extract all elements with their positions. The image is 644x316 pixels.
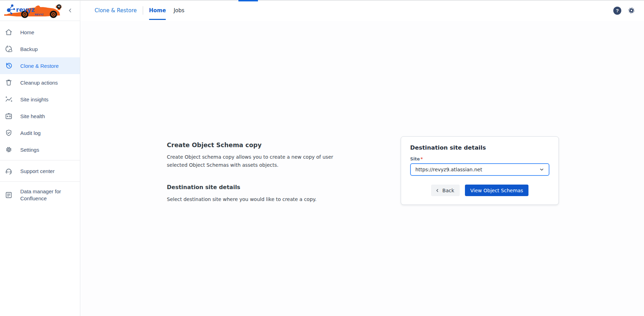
sidebar-item-label: Data manager for Confluence <box>20 188 74 202</box>
site-select-value: https://revyz9.atlassian.net <box>415 167 539 172</box>
trash-icon <box>5 78 13 87</box>
section-description: Select destination site where you would … <box>167 195 334 203</box>
molecule-icon <box>7 4 15 14</box>
backup-cloud-icon <box>5 45 13 53</box>
shield-check-icon <box>5 129 13 137</box>
content-column: Clone & Restore Home Jobs ? <box>80 0 644 316</box>
chevron-left-icon <box>67 7 73 14</box>
back-button-label: Back <box>442 188 454 193</box>
article-document-icon <box>5 191 13 199</box>
sidebar-item-label: Site insights <box>20 96 49 102</box>
sidebar-item-label: Home <box>20 29 34 35</box>
headset-support-icon <box>5 167 13 175</box>
primary-button-label: View Object Schemas <box>470 188 523 193</box>
tab-bar: Home Jobs <box>149 0 185 21</box>
sidebar-item-data-manager-confluence[interactable]: Data manager for Confluence <box>0 184 80 206</box>
sidebar-logo-row: 42 REVYZ <box>0 0 80 21</box>
help-icon[interactable]: ? <box>613 7 621 15</box>
card-button-row: Back View Object Schemas <box>410 185 549 196</box>
top-bar: Clone & Restore Home Jobs ? <box>80 0 644 21</box>
sidebar-item-label: Site health <box>20 113 45 119</box>
main-content: Create Object Schema copy Create Object … <box>80 21 644 316</box>
help-glyph: ? <box>616 8 619 13</box>
home-icon <box>5 28 13 36</box>
card-title: Destination site details <box>410 144 549 151</box>
sidebar-item-cleanup-actions[interactable]: Cleanup actions <box>0 74 80 91</box>
view-object-schemas-button[interactable]: View Object Schemas <box>465 185 528 196</box>
sidebar-item-label: Clone & Restore <box>20 63 59 69</box>
tab-home[interactable]: Home <box>149 0 166 21</box>
tab-label: Home <box>149 7 166 14</box>
sidebar-item-label: Support center <box>20 168 54 174</box>
active-tab-indicator <box>149 19 166 20</box>
site-label-text: Site <box>410 156 420 161</box>
chevron-left-icon <box>435 188 439 193</box>
sidebar-divider <box>0 181 80 182</box>
restore-history-icon <box>5 62 13 70</box>
required-asterisk: * <box>421 156 423 161</box>
chevron-down-icon <box>539 167 545 172</box>
sidebar-item-label: Cleanup actions <box>20 80 58 86</box>
sidebar-nav: Home Backup Clone & Restore <box>0 21 80 158</box>
tab-label: Jobs <box>173 7 184 14</box>
breadcrumb[interactable]: Clone & Restore <box>95 7 137 14</box>
intro-section: Create Object Schema copy Create Object … <box>167 142 334 203</box>
sidebar-divider <box>0 160 80 160</box>
app-root: 42 REVYZ <box>0 0 644 316</box>
sidebar-item-site-health[interactable]: Site health <box>0 108 80 124</box>
gear-icon <box>5 145 13 154</box>
brand-wordmark: revyz <box>16 6 35 13</box>
sidebar: 42 REVYZ <box>0 0 80 316</box>
health-card-icon <box>5 112 13 120</box>
page-description: Create Object schema copy allows you to … <box>167 153 334 169</box>
sidebar-item-label: Audit log <box>20 130 40 136</box>
sidebar-item-audit-log[interactable]: Audit log <box>0 124 80 141</box>
sidebar-item-site-insights[interactable]: Site insights <box>0 91 80 108</box>
car-side-label: REVYZ <box>35 13 43 16</box>
section-title: Destination site details <box>167 184 334 191</box>
site-field-label: Site* <box>410 156 549 161</box>
back-button[interactable]: Back <box>431 185 460 196</box>
site-select[interactable]: https://revyz9.atlassian.net <box>410 163 549 176</box>
sidebar-item-clone-restore[interactable]: Clone & Restore <box>0 57 80 74</box>
sidebar-item-backup[interactable]: Backup <box>0 41 80 57</box>
settings-gear-icon[interactable] <box>627 6 636 15</box>
breadcrumb-divider <box>143 6 143 15</box>
sidebar-item-home[interactable]: Home <box>0 24 80 41</box>
sidebar-item-settings[interactable]: Settings <box>0 141 80 158</box>
trending-insights-icon <box>5 95 13 103</box>
sidebar-collapse-button[interactable] <box>65 6 75 15</box>
sidebar-item-label: Backup <box>20 46 38 52</box>
sidebar-item-label: Settings <box>20 147 39 153</box>
car-number: 42 <box>58 5 60 8</box>
revyz-car-logo-image: 42 REVYZ <box>4 2 64 19</box>
page-title: Create Object Schema copy <box>167 142 334 149</box>
revyz-logo: 42 REVYZ <box>4 2 65 19</box>
destination-site-card: Destination site details Site* https://r… <box>401 136 559 205</box>
sidebar-item-support-center[interactable]: Support center <box>0 163 80 179</box>
tab-jobs[interactable]: Jobs <box>173 0 184 21</box>
